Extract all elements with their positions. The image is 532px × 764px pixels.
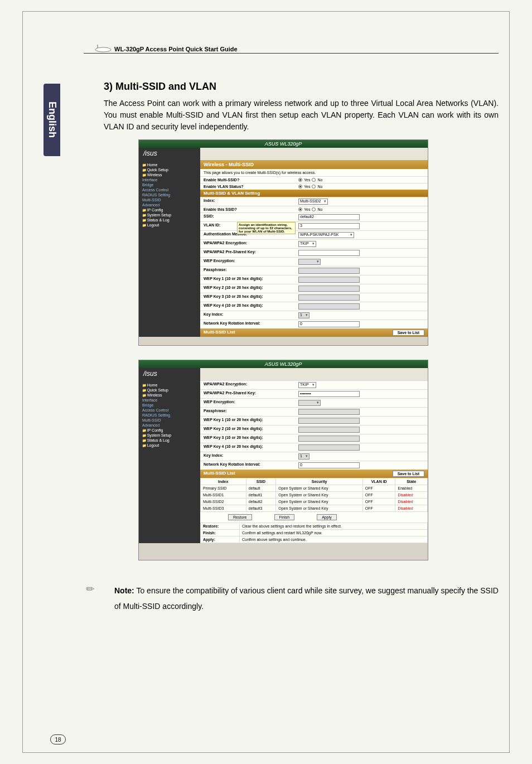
sidebar-ipconfig[interactable]: IP Config	[141, 428, 198, 433]
sidebar-multi-ssid[interactable]: Multi-SSID	[141, 418, 198, 423]
list-title: Multi-SSID List	[204, 471, 235, 477]
header-divider	[84, 53, 499, 54]
table-row: Multi-SSID2 default2 Open System or Shar…	[201, 499, 428, 505]
note-body: To ensure the compatibility of various c…	[114, 586, 499, 611]
wpa-psk-label: WPA/WPA2 Pre-Shared Key:	[204, 391, 298, 397]
save-to-list-button[interactable]: Save to List	[393, 330, 424, 336]
vlan-id-input[interactable]: 3	[298, 223, 360, 229]
sidebar-bridge[interactable]: Bridge	[141, 403, 198, 408]
radio-yes[interactable]	[298, 178, 302, 182]
sidebar-advanced[interactable]: Advanced	[141, 423, 198, 428]
sidebar-advanced[interactable]: Advanced	[141, 202, 198, 207]
sidebar-logout[interactable]: Logout	[141, 223, 198, 228]
radio-no[interactable]	[312, 185, 316, 188]
wep2-input[interactable]	[298, 427, 360, 433]
wep-enc-select[interactable]	[298, 259, 321, 265]
wpa-psk-input[interactable]: ••••••••	[298, 391, 360, 397]
header-title: WL-320gP Access Point Quick Start Guide	[114, 46, 238, 52]
th-index: Index	[201, 478, 246, 485]
passphrase-input[interactable]	[298, 268, 360, 274]
note-text: Note: To ensure the compatibility of var…	[114, 583, 499, 614]
wep-enc-select[interactable]	[298, 400, 321, 406]
sidebar-interface[interactable]: Interface	[141, 398, 198, 403]
page-number: 18	[50, 734, 66, 744]
asus-logo: /isus	[139, 148, 200, 160]
wep3-input[interactable]	[298, 436, 360, 442]
ssid-table: Index SSID Security VLAN ID State Primar…	[200, 478, 428, 512]
asus-logo: /isus	[139, 368, 200, 380]
screenshot-2: ASUS WL320gP /isus Home Quick Setup Wire…	[138, 360, 428, 560]
rotation-input[interactable]: 0	[298, 462, 360, 468]
wpa-enc-select[interactable]: TKIP	[298, 241, 316, 247]
sidebar-status[interactable]: Status & Log	[141, 217, 198, 223]
router-icon	[84, 45, 112, 52]
passphrase-input[interactable]	[298, 409, 360, 415]
key-index-label: Key Index:	[204, 453, 298, 460]
th-ssid: SSID	[246, 478, 276, 485]
radio-yes[interactable]	[298, 185, 302, 188]
sidebar-access[interactable]: Access Control	[141, 408, 198, 413]
sidebar-ipconfig[interactable]: IP Config	[141, 207, 198, 212]
wep4-input[interactable]	[298, 444, 360, 451]
wep-enc-label: WEP Encryption:	[204, 259, 298, 265]
sidebar-radius[interactable]: RADIUS Setting	[141, 413, 198, 418]
wep1-label: WEP Key 1 (10 or 26 hex digits):	[204, 418, 298, 424]
sidebar: Home Quick Setup Wireless Interface Brid…	[139, 160, 200, 337]
wep1-input[interactable]	[298, 277, 360, 283]
screenshot-1: ASUS WL320gP /isus Home Quick Setup Wire…	[138, 139, 428, 346]
sidebar-interface[interactable]: Interface	[141, 177, 198, 182]
wpa-psk-input[interactable]	[298, 250, 360, 256]
sidebar-wireless[interactable]: Wireless	[141, 172, 198, 177]
key-index-select[interactable]: 1	[298, 312, 309, 318]
ssid-tooltip: Assign an identification string, consist…	[237, 222, 296, 234]
main-panel: Wireless - Multi-SSID This page allows y…	[200, 160, 428, 337]
wep2-input[interactable]	[298, 286, 360, 292]
sidebar-home[interactable]: Home	[141, 162, 198, 167]
sidebar-access[interactable]: Access Control	[141, 187, 198, 192]
sidebar-quick[interactable]: Quick Setup	[141, 167, 198, 172]
key-index-label: Key Index:	[204, 312, 298, 318]
wep4-input[interactable]	[298, 303, 360, 310]
action-descriptions: Restore:Clear the above settings and res…	[200, 523, 428, 543]
wep3-label: WEP Key 3 (10 or 26 hex digits):	[204, 294, 298, 301]
rotation-input[interactable]: 0	[298, 321, 360, 327]
sidebar-status[interactable]: Status & Log	[141, 438, 198, 443]
vlan-section-header: Multi-SSID & VLAN Setting	[200, 190, 428, 197]
sidebar-home[interactable]: Home	[141, 383, 198, 388]
wep1-input[interactable]	[298, 418, 360, 424]
radio-no[interactable]	[312, 178, 316, 182]
passphrase-label: Passphrase:	[204, 409, 298, 415]
key-index-select[interactable]: 1	[298, 453, 309, 460]
auth-select[interactable]: WPA-PSK/WPA2-PSK	[298, 232, 354, 238]
radio-no[interactable]	[312, 207, 316, 211]
apply-button[interactable]: Apply	[317, 514, 337, 520]
list-title: Multi-SSID List	[204, 330, 235, 336]
sidebar-bridge[interactable]: Bridge	[141, 182, 198, 187]
wep4-label: WEP Key 4 (10 or 26 hex digits):	[204, 303, 298, 310]
sidebar-multi-ssid[interactable]: Multi-SSID	[141, 197, 198, 202]
finish-button[interactable]: Finish	[274, 514, 295, 520]
wpa-psk-label: WPA/WPA2 Pre-Shared Key:	[204, 250, 298, 256]
ssid-input[interactable]: default2	[298, 214, 360, 220]
wep-enc-label: WEP Encryption:	[204, 400, 298, 406]
svg-point-0	[95, 47, 111, 52]
panel-title: Wireless - Multi-SSID	[200, 160, 428, 169]
sidebar: Home Quick Setup Wireless Interface Brid…	[139, 380, 200, 543]
sidebar-quick[interactable]: Quick Setup	[141, 388, 198, 393]
wep3-input[interactable]	[298, 294, 360, 301]
wep1-label: WEP Key 1 (10 or 26 hex digits):	[204, 277, 298, 283]
wep3-label: WEP Key 3 (10 or 26 hex digits):	[204, 436, 298, 442]
save-to-list-button[interactable]: Save to List	[393, 471, 424, 477]
sidebar-system[interactable]: System Setup	[141, 433, 198, 438]
sidebar-radius[interactable]: RADIUS Setting	[141, 192, 198, 197]
wpa-enc-label: WPA/WPA2 Encryption:	[204, 382, 298, 388]
radio-yes[interactable]	[298, 207, 302, 211]
index-select[interactable]: Multi-SSID2	[298, 199, 328, 205]
sidebar-logout[interactable]: Logout	[141, 443, 198, 448]
restore-button[interactable]: Restore	[228, 514, 252, 520]
sidebar-system[interactable]: System Setup	[141, 212, 198, 217]
wpa-enc-select[interactable]: TKIP	[298, 382, 316, 388]
sidebar-wireless[interactable]: Wireless	[141, 393, 198, 398]
language-tab: English	[43, 84, 60, 156]
panel-subtitle: This page allows you to create Multi-SSI…	[200, 169, 428, 176]
